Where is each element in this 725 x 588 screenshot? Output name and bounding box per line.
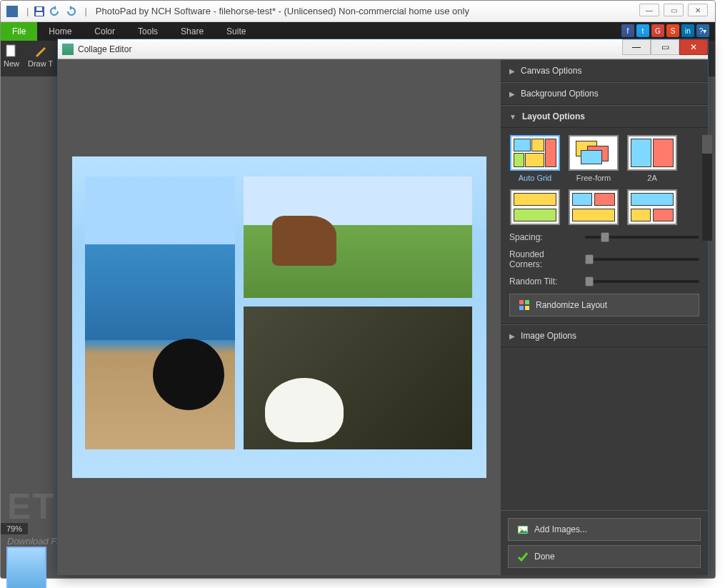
collage-preview[interactable] <box>72 156 486 478</box>
dialog-title: Collage Editor <box>78 44 131 54</box>
section-layout-options[interactable]: ▼ Layout Options <box>501 105 708 128</box>
help-icon[interactable]: ?▾ <box>696 24 709 37</box>
layout-free-form[interactable]: Free-form <box>568 135 619 182</box>
collage-cell-rabbit[interactable] <box>244 307 472 449</box>
dialog-icon <box>62 44 74 55</box>
side-panel: ▶ Canvas Options ▶ Background Options ▼ … <box>501 59 708 575</box>
separator: | <box>84 6 86 16</box>
layout-options-body: Auto Grid Free-form <box>501 128 708 324</box>
facebook-icon[interactable]: f <box>621 24 634 37</box>
randomize-layout-button[interactable]: Randomize Layout <box>509 294 699 317</box>
section-layout-label: Layout Options <box>522 111 585 121</box>
dialog-close-button[interactable]: ✕ <box>679 39 708 55</box>
draw-tool-button[interactable]: Draw T <box>28 44 53 74</box>
svg-rect-3 <box>6 45 15 56</box>
dialog-maximize-button[interactable]: ▭ <box>651 39 679 55</box>
layout-free-form-label: Free-form <box>576 174 611 182</box>
done-label: Done <box>534 552 555 562</box>
spacing-label: Spacing: <box>509 232 579 242</box>
tilt-label: Random Tilt: <box>509 276 579 286</box>
tilt-slider-row: Random Tilt: <box>509 276 699 286</box>
layout-row-4[interactable] <box>509 189 561 225</box>
minimize-button[interactable]: — <box>639 4 659 16</box>
svg-rect-7 <box>525 306 529 310</box>
google-plus-icon[interactable]: G <box>651 24 664 37</box>
chevron-right-icon: ▶ <box>509 332 515 340</box>
collage-cell-sea[interactable] <box>85 176 235 449</box>
stumbleupon-icon[interactable]: S <box>666 24 679 37</box>
done-icon <box>517 551 529 562</box>
window-title: PhotoPad by NCH Software - filehorse-tes… <box>96 6 469 16</box>
app-icon <box>6 6 18 17</box>
chevron-down-icon: ▼ <box>509 113 516 121</box>
side-footer: Add Images... Done <box>501 510 708 575</box>
add-images-icon <box>517 524 529 535</box>
dialog-minimize-button[interactable]: — <box>622 39 651 55</box>
redo-icon[interactable] <box>64 5 77 18</box>
chevron-right-icon: ▶ <box>509 90 515 98</box>
section-image-options[interactable]: ▶ Image Options <box>501 324 708 347</box>
section-canvas-label: Canvas Options <box>521 66 581 76</box>
add-images-label: Add Images... <box>534 524 587 534</box>
rounded-label: Rounded Corners: <box>509 249 579 269</box>
separator: | <box>26 6 29 16</box>
twitter-icon[interactable]: t <box>636 24 649 37</box>
rounded-slider-row: Rounded Corners: <box>509 249 699 269</box>
chevron-right-icon: ▶ <box>509 67 515 75</box>
main-titlebar: | | PhotoPad by NCH Software - filehorse… <box>1 1 715 22</box>
layout-auto-grid-label: Auto Grid <box>519 174 551 182</box>
linkedin-icon[interactable]: in <box>681 24 694 37</box>
thumbnail[interactable] <box>6 547 46 588</box>
layout-scrollbar[interactable] <box>702 135 712 241</box>
randomize-icon <box>519 299 530 311</box>
menu-file[interactable]: File <box>1 22 37 41</box>
layout-row-6[interactable] <box>626 189 678 225</box>
maximize-button[interactable]: ▭ <box>664 4 684 16</box>
svg-rect-6 <box>519 306 524 310</box>
spacing-slider[interactable] <box>585 236 699 239</box>
spacing-slider-row: Spacing: <box>509 232 699 242</box>
add-images-button[interactable]: Add Images... <box>508 518 701 541</box>
section-canvas-options[interactable]: ▶ Canvas Options <box>501 59 708 82</box>
section-image-label: Image Options <box>521 331 576 341</box>
randomize-label: Randomize Layout <box>536 300 607 310</box>
save-icon[interactable] <box>33 5 46 18</box>
collage-cell-horse[interactable] <box>244 176 472 298</box>
layout-2a[interactable]: 2A <box>626 135 678 182</box>
zoom-indicator: 79% <box>1 523 28 534</box>
dialog-titlebar[interactable]: Collage Editor — ▭ ✕ <box>58 39 708 59</box>
svg-rect-1 <box>36 12 43 16</box>
section-background-label: Background Options <box>521 89 599 99</box>
new-button[interactable]: New <box>4 44 19 74</box>
layout-row-5[interactable] <box>568 189 619 225</box>
collage-editor-dialog: Collage Editor — ▭ ✕ ▶ Canvas Options ▶ <box>57 39 709 574</box>
layout-2a-label: 2A <box>647 174 656 182</box>
rounded-corners-slider[interactable] <box>585 258 699 261</box>
svg-point-9 <box>520 528 522 530</box>
done-button[interactable]: Done <box>508 545 701 568</box>
svg-rect-2 <box>36 7 42 11</box>
svg-rect-4 <box>519 300 524 304</box>
undo-icon[interactable] <box>49 5 61 18</box>
new-label: New <box>4 59 19 68</box>
close-button[interactable]: ✕ <box>688 4 708 16</box>
random-tilt-slider[interactable] <box>585 280 699 283</box>
svg-rect-5 <box>525 300 529 304</box>
section-background-options[interactable]: ▶ Background Options <box>501 82 708 105</box>
collage-canvas-area <box>58 59 501 575</box>
draw-label: Draw T <box>28 59 53 68</box>
layout-auto-grid[interactable]: Auto Grid <box>509 135 561 182</box>
